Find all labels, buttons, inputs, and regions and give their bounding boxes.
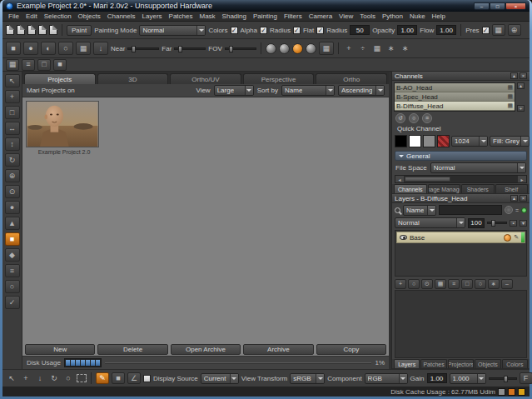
near-slider[interactable] <box>127 47 159 50</box>
menu-objects[interactable]: Objects <box>75 12 104 20</box>
cache-icon[interactable]: ○ <box>409 113 419 123</box>
slerp-tool[interactable]: ✓ <box>5 296 20 309</box>
tab-projects[interactable]: Projects <box>24 73 96 84</box>
save-project-icon[interactable] <box>27 25 36 35</box>
layer-amount-slider[interactable] <box>487 222 507 224</box>
layers-palette-header[interactable]: Layers - B-Diffuse_Head ▴ × <box>392 194 530 203</box>
tab-perspective[interactable]: Perspective <box>243 73 315 84</box>
paint-tool[interactable]: ● <box>5 201 20 214</box>
rotate-icon[interactable]: ↻ <box>48 374 60 382</box>
menu-help[interactable]: Help <box>429 12 449 20</box>
tab-shaders[interactable]: Shaders <box>461 184 495 193</box>
close-palette-icon[interactable]: × <box>520 195 527 202</box>
color-globe-icon[interactable]: ⊕ <box>508 24 521 36</box>
add-layer-icon[interactable]: + <box>395 279 406 289</box>
project-browser[interactable]: Example Project 2.0 <box>22 97 389 344</box>
clone-stamp-tool[interactable]: ■ <box>5 232 20 246</box>
eyedropper-tool[interactable]: ⊙ <box>5 185 20 198</box>
erase-tool[interactable]: ▲ <box>5 217 20 230</box>
open-archive-button[interactable]: Open Archive <box>171 344 241 355</box>
select-cursor-icon[interactable]: ↖ <box>6 374 17 382</box>
textured-shading-icon[interactable] <box>306 43 316 54</box>
menu-python[interactable]: Python <box>379 12 406 20</box>
add-channel-button[interactable]: + <box>517 105 525 112</box>
tab-channels[interactable]: Channels <box>394 184 427 193</box>
minimize-button[interactable]: – <box>474 2 490 10</box>
blend-mode-select[interactable]: Normal <box>395 217 465 228</box>
vector-button[interactable]: ∠ <box>127 372 141 384</box>
paint-target-icon[interactable] <box>504 234 511 242</box>
tab-image-manager[interactable]: Image Manager <box>428 184 461 193</box>
transform-tool[interactable]: ↔ <box>5 122 20 135</box>
opacity-field[interactable]: 1.00 <box>397 25 417 35</box>
sort-select[interactable]: Name <box>281 85 335 96</box>
menu-patches[interactable]: Patches <box>166 12 196 20</box>
palette-toggle-icon-4[interactable]: ■ <box>53 59 67 71</box>
flow-field[interactable]: 1.00 <box>436 25 456 35</box>
tab-ortho[interactable]: Ortho <box>316 73 387 84</box>
open-project-icon[interactable] <box>17 25 25 35</box>
drop-icon[interactable]: ↓ <box>34 374 46 382</box>
tab-projectors[interactable]: Projectors <box>448 359 474 368</box>
menu-painting[interactable]: Painting <box>250 12 281 20</box>
float-palette-icon[interactable]: ▴ <box>510 72 518 79</box>
overlay-checkbox[interactable] <box>143 375 151 382</box>
paint-button[interactable]: Paint <box>67 25 92 36</box>
pressure-checkbox[interactable]: ✓ <box>482 27 490 34</box>
visibility-eye-icon[interactable] <box>400 235 407 240</box>
close-palette-icon[interactable]: × <box>520 72 527 79</box>
far-slider[interactable] <box>174 47 206 50</box>
maximize-button[interactable]: □ <box>490 2 505 10</box>
pattern-swatch[interactable] <box>437 135 450 147</box>
new-button[interactable]: New <box>25 344 95 355</box>
remove-layer-icon[interactable]: – <box>501 279 513 289</box>
palette-toggle-icon-3[interactable]: □ <box>37 59 51 71</box>
palette-toggle-icon-2[interactable]: ≡ <box>22 59 35 71</box>
grid-icon[interactable]: ▦ <box>371 44 383 52</box>
add-adjustment-icon[interactable]: ○ <box>408 279 420 289</box>
tab-ortho-uv[interactable]: Ortho/UV <box>170 73 241 84</box>
channel-size-select[interactable]: 1024 <box>451 136 488 147</box>
wireframe-icon[interactable]: ▦ <box>76 42 91 55</box>
merge-layers-icon[interactable]: ≡ <box>448 279 460 289</box>
project-thumbnail[interactable] <box>26 101 99 147</box>
marquee-tool[interactable]: □ <box>5 106 20 119</box>
full-shading-icon[interactable] <box>292 43 303 54</box>
export-icon[interactable] <box>49 25 57 35</box>
blur-tool[interactable]: ≡ <box>5 264 20 277</box>
copy-button[interactable]: Copy <box>316 344 386 355</box>
snap-grid-icon[interactable]: ▦ <box>492 24 505 36</box>
flat-shading-icon[interactable] <box>266 43 276 54</box>
colors-checkbox[interactable]: ✓ <box>231 27 238 34</box>
project-card[interactable]: Example Project 2.0 <box>26 101 102 155</box>
view-transform-select[interactable]: sRGB <box>290 373 325 384</box>
component-select[interactable]: RGB <box>365 373 408 384</box>
layer-row-selected[interactable]: Base ✎ <box>396 232 525 243</box>
close-button[interactable]: × <box>505 2 526 10</box>
gain-slider[interactable] <box>489 377 517 380</box>
white-swatch[interactable] <box>409 135 421 147</box>
gray-swatch[interactable] <box>423 135 435 147</box>
tab-shelf[interactable]: Shelf <box>495 184 529 193</box>
order-select[interactable]: Ascending <box>338 85 385 96</box>
menu-mask[interactable]: Mask <box>196 12 218 20</box>
lighting-icon[interactable]: ◐ <box>41 42 56 55</box>
painting-mode-select[interactable]: Normal <box>139 25 206 36</box>
scroll-left-icon[interactable]: ◂ <box>395 176 404 182</box>
display-source-select[interactable]: Current <box>201 373 239 384</box>
black-swatch[interactable] <box>395 135 407 147</box>
menu-selection[interactable]: Selection <box>41 12 75 20</box>
add-group-icon[interactable]: ▦ <box>435 279 446 289</box>
marquee-icon[interactable] <box>77 374 87 382</box>
radius-field[interactable]: 50 <box>350 25 370 35</box>
menu-layers[interactable]: Layers <box>139 12 166 20</box>
file-space-select[interactable]: Normal <box>430 162 526 173</box>
fstop-button[interactable]: F <box>520 372 532 384</box>
new-project-icon[interactable] <box>6 25 14 35</box>
scroll-right-icon[interactable]: ▸ <box>518 176 526 182</box>
orbit-icon[interactable]: ○ <box>62 374 74 382</box>
menu-nuke[interactable]: Nuke <box>406 12 429 20</box>
menu-filters[interactable]: Filters <box>281 12 306 20</box>
gain-field[interactable]: 1.00 <box>427 373 447 383</box>
float-palette-icon[interactable]: ▴ <box>510 195 518 202</box>
